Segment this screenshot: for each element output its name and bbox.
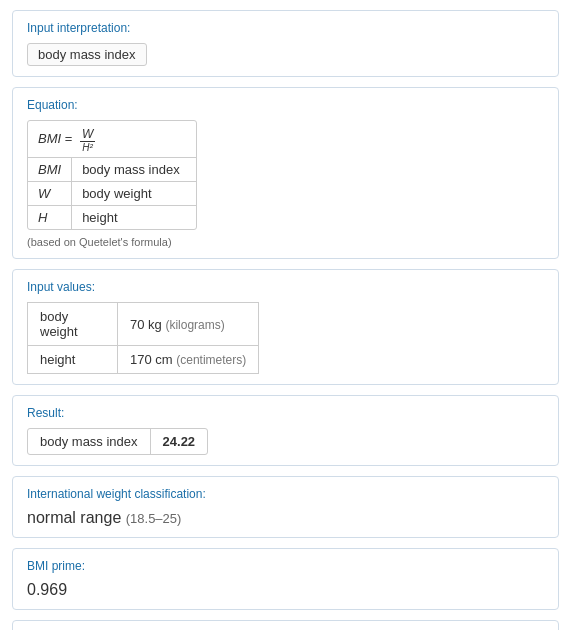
eq-var-bmi: BMI <box>28 158 72 182</box>
classification-range: (18.5–25) <box>126 511 182 526</box>
eq-desc-h: height <box>72 206 196 230</box>
result-section: Result: body mass index 24.22 <box>12 395 559 466</box>
equation-header: BMI = W H² <box>28 121 196 158</box>
weight-unit: (kilograms) <box>165 318 224 332</box>
eq-row-bmi: BMI body mass index <box>28 158 196 182</box>
equation-footnote: (based on Quetelet's formula) <box>27 236 544 248</box>
classification-section: International weight classification: nor… <box>12 476 559 538</box>
height-value: 170 cm <box>130 352 173 367</box>
equation-section: Equation: BMI = W H² BMI body mass index… <box>12 87 559 259</box>
input-value-row-height: height 170 cm (centimeters) <box>28 346 259 374</box>
result-value: 24.22 <box>151 429 208 454</box>
equation-fraction: W H² <box>80 127 95 153</box>
weight-value: 70 kg <box>130 317 162 332</box>
classification-value: normal range (18.5–25) <box>27 509 544 527</box>
bmi-prime-label: BMI prime: <box>27 559 544 573</box>
input-interpretation-value: body mass index <box>27 43 147 66</box>
eq-desc-w: body weight <box>72 182 196 206</box>
input-values-table: body weight 70 kg (kilograms) height 170… <box>27 302 259 374</box>
equation-numerator: W <box>80 127 95 142</box>
input-values-label: Input values: <box>27 280 544 294</box>
bmi-prime-value: 0.969 <box>27 581 544 599</box>
result-box: body mass index 24.22 <box>27 428 208 455</box>
input-interpretation-section: Input interpretation: body mass index <box>12 10 559 77</box>
eq-var-w: W <box>28 182 72 206</box>
input-value-height: 170 cm (centimeters) <box>118 346 259 374</box>
input-values-section: Input values: body weight 70 kg (kilogra… <box>12 269 559 385</box>
equation-bmi-label: BMI <box>38 131 61 146</box>
result-name: body mass index <box>28 429 151 454</box>
equation-denominator: H² <box>80 142 95 153</box>
eq-row-h: H height <box>28 206 196 230</box>
input-value-row-weight: body weight 70 kg (kilograms) <box>28 303 259 346</box>
eq-var-h: H <box>28 206 72 230</box>
classification-text: normal range <box>27 509 121 526</box>
classification-label: International weight classification: <box>27 487 544 501</box>
result-label: Result: <box>27 406 544 420</box>
equation-equals: = <box>65 131 76 146</box>
height-unit: (centimeters) <box>176 353 246 367</box>
input-name-height: height <box>28 346 118 374</box>
equation-table: BMI body mass index W body weight H heig… <box>28 158 196 229</box>
eq-desc-bmi: body mass index <box>72 158 196 182</box>
equation-box: BMI = W H² BMI body mass index W body we… <box>27 120 197 230</box>
eq-row-w: W body weight <box>28 182 196 206</box>
input-value-weight: 70 kg (kilograms) <box>118 303 259 346</box>
input-interpretation-label: Input interpretation: <box>27 21 544 35</box>
input-name-weight: body weight <box>28 303 118 346</box>
bmi-prime-section: BMI prime: 0.969 <box>12 548 559 610</box>
bmi-map-section: BMI map: weight (kg) 6'8" 30 40 50 60 70… <box>12 620 559 630</box>
equation-label: Equation: <box>27 98 544 112</box>
